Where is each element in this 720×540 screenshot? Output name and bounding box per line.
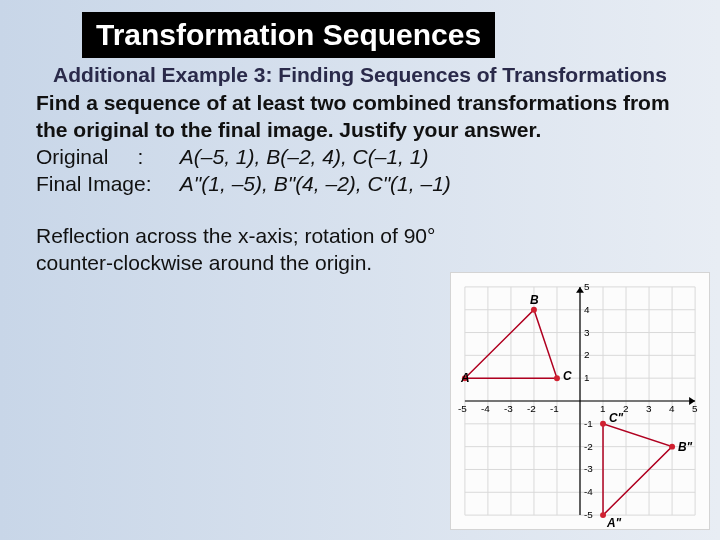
final-label: Final Image: [36,170,174,197]
original-label: Original : [36,143,174,170]
coordinate-chart: -5-4-3-2-112345-5-4-3-2-112345ABCA"B"C" [450,272,710,530]
final-coords-line: Final Image: A"(1, –5), B"(4, –2), C"(1,… [36,170,684,197]
svg-text:3: 3 [584,327,590,338]
svg-text:-1: -1 [584,418,593,429]
original-coords-line: Original : A(–5, 1), B(–2, 4), C(–1, 1) [36,143,684,170]
svg-text:-5: -5 [458,403,467,414]
svg-point-54 [600,512,606,518]
problem-statement: Find a sequence of at least two combined… [36,90,684,143]
svg-text:4: 4 [584,304,590,315]
svg-text:-4: -4 [481,403,490,414]
svg-text:4: 4 [669,403,675,414]
svg-text:B": B" [678,440,693,454]
svg-text:-3: -3 [504,403,513,414]
chart-svg: -5-4-3-2-112345-5-4-3-2-112345ABCA"B"C" [451,273,709,529]
svg-text:1: 1 [584,372,590,383]
svg-text:-3: -3 [584,463,593,474]
svg-text:C": C" [609,411,624,425]
svg-text:A": A" [606,516,622,529]
svg-text:A: A [460,371,470,385]
svg-marker-25 [576,287,584,293]
svg-point-49 [531,307,537,313]
svg-point-56 [669,444,675,450]
svg-text:-1: -1 [550,403,559,414]
page-title: Transformation Sequences [82,12,495,58]
example-subtitle: Additional Example 3: Finding Sequences … [36,62,684,88]
svg-point-58 [600,421,606,427]
svg-text:B: B [530,293,539,307]
svg-text:-2: -2 [527,403,536,414]
content-area: Additional Example 3: Finding Sequences … [0,58,720,277]
svg-text:3: 3 [646,403,652,414]
svg-text:1: 1 [600,403,606,414]
original-coords: A(–5, 1), B(–2, 4), C(–1, 1) [180,145,429,168]
svg-text:-2: -2 [584,441,593,452]
svg-text:5: 5 [584,281,590,292]
answer-text: Reflection across the x-axis; rotation o… [36,223,436,277]
final-coords: A"(1, –5), B"(4, –2), C"(1, –1) [180,172,451,195]
svg-text:-4: -4 [584,486,593,497]
svg-text:2: 2 [623,403,629,414]
svg-text:5: 5 [692,403,698,414]
svg-point-51 [554,375,560,381]
svg-text:2: 2 [584,349,590,360]
svg-text:C: C [563,369,572,383]
svg-text:-5: -5 [584,509,593,520]
